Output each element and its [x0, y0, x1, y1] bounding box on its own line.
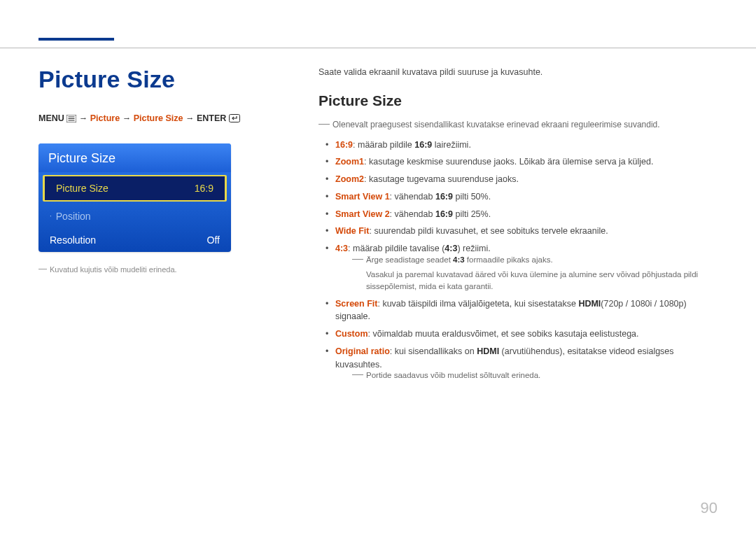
- page-title: Picture Size: [38, 66, 259, 93]
- option-list: 16:9: määrab pildile 16:9 lairežiimi. Zo…: [318, 139, 718, 382]
- breadcrumb-arrow: →: [122, 113, 134, 123]
- list-item: Smart View 2: vähendab 16:9 pilti 25%.: [335, 208, 718, 221]
- option-key: 4:3: [335, 244, 348, 253]
- list-item: 16:9: määrab pildile 16:9 lairežiimi.: [335, 139, 718, 152]
- left-column: Picture Size MENU → Picture → Picture Si…: [38, 66, 259, 386]
- option-key: Zoom2: [335, 174, 364, 184]
- top-rule: [0, 48, 756, 48]
- settings-panel: Picture Size Picture Size 16:9 · Positio…: [38, 143, 231, 252]
- option-key: Screen Fit: [335, 299, 377, 309]
- note-sub: Portide saadavus võib mudelist sõltuvalt…: [335, 370, 718, 381]
- option-key: Custom: [335, 329, 368, 339]
- content-columns: Picture Size MENU → Picture → Picture Si…: [38, 66, 718, 386]
- panel-title: Picture Size: [38, 143, 231, 172]
- breadcrumb: MENU → Picture → Picture Size → ENTER: [38, 113, 259, 127]
- breadcrumb-arrow: →: [79, 113, 90, 123]
- option-key: Original ratio: [335, 346, 390, 356]
- list-item: 4:3: määrab pildile tavalise (4:3) režii…: [335, 242, 718, 293]
- dot-icon: ·: [50, 213, 52, 220]
- panel-row-picture-size[interactable]: Picture Size 16:9: [43, 175, 227, 202]
- breadcrumb-item: Picture Size: [134, 113, 183, 123]
- panel-row-value: Off: [207, 234, 220, 246]
- panel-row-position[interactable]: · Position: [38, 204, 231, 228]
- list-item: Custom: võimaldab muuta eraldusvõimet, e…: [335, 328, 718, 341]
- panel-row-label-text: Position: [56, 211, 91, 222]
- breadcrumb-arrow: →: [186, 113, 197, 123]
- option-key: Wide Fit: [335, 226, 370, 236]
- option-key: 16:9: [335, 140, 353, 150]
- breadcrumb-item: Picture: [90, 113, 120, 123]
- panel-row-label: Picture Size: [56, 183, 108, 194]
- panel-row-label: · Position: [50, 211, 91, 222]
- panel-row-label: Resolution: [50, 234, 96, 246]
- breadcrumb-enter: ENTER: [197, 113, 226, 123]
- menu-icon: [66, 114, 76, 127]
- enter-icon: [229, 114, 240, 127]
- breadcrumb-menu: MENU: [38, 113, 64, 123]
- section-heading: Picture Size: [318, 92, 718, 109]
- figure-caption: Kuvatud kujutis võib mudeliti erineda.: [38, 265, 259, 275]
- list-item: Zoom2: kasutage tugevama suurenduse jaok…: [335, 173, 718, 186]
- option-key: Smart View 2: [335, 209, 390, 219]
- list-item: Smart View 1: vähendab 16:9 pilti 50%.: [335, 190, 718, 204]
- intro-text: Saate valida ekraanil kuvatava pildi suu…: [318, 66, 718, 78]
- list-item: Screen Fit: kuvab täispildi ilma väljalõ…: [335, 297, 718, 324]
- note-text: Olenevalt praegusest sisendallikast kuva…: [318, 119, 718, 131]
- option-key: Smart View 1: [335, 192, 390, 202]
- note-sub-plain: Vasakul ja paremal kuvatavad ääred või k…: [335, 269, 718, 293]
- option-key: Zoom1: [335, 157, 364, 167]
- page: Picture Size MENU → Picture → Picture Si…: [0, 0, 756, 534]
- page-number: 90: [701, 499, 718, 517]
- panel-row-value: 16:9: [195, 183, 214, 194]
- panel-row-resolution[interactable]: Resolution Off: [38, 228, 231, 252]
- section-marker: [38, 38, 114, 41]
- right-column: Saate valida ekraanil kuvatava pildi suu…: [259, 66, 718, 386]
- list-item: Wide Fit: suurendab pildi kuvasuhet, et …: [335, 225, 718, 238]
- list-item: Original ratio: kui sisendallikaks on HD…: [335, 345, 718, 382]
- list-item: Zoom1: kasutage keskmise suurenduse jaok…: [335, 155, 718, 169]
- note-sub: Ärge seadistage seadet 4:3 formaadile pi…: [335, 254, 718, 266]
